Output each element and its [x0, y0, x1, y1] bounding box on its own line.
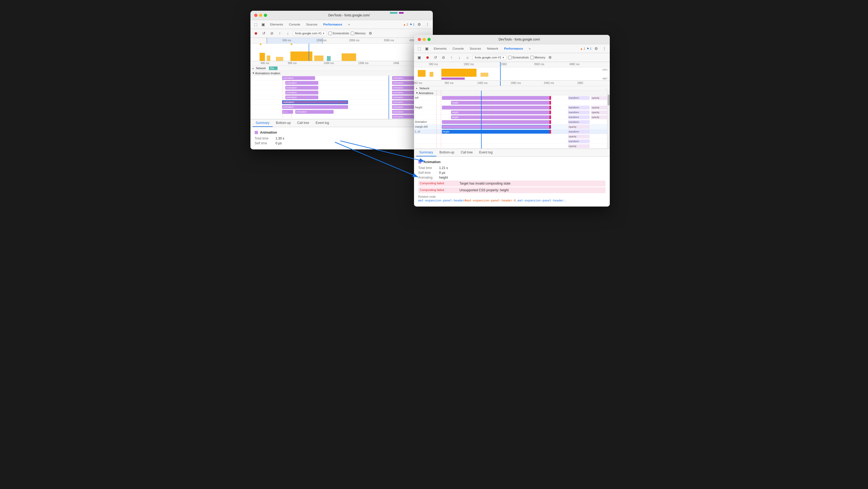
tab-calltree-2[interactable]: Call tree	[458, 149, 476, 156]
url-chip-2[interactable]: fonts.google.com #1 ▾	[472, 55, 506, 60]
bottom-tabs-1: Summary Bottom-up Call tree Event log	[250, 119, 433, 127]
tab-more-2[interactable]: »	[526, 46, 533, 51]
anim-row-animation[interactable]: Animation transform	[414, 120, 610, 124]
ruler-mark-2996: 2996 ms	[349, 39, 359, 42]
screenshots-check-2[interactable]	[508, 56, 512, 59]
memory-checkbox-1[interactable]: Memory	[351, 32, 366, 35]
clear-icon-2[interactable]: ⊘	[440, 54, 447, 61]
settings-icon-2[interactable]: ⚙	[593, 45, 599, 52]
flame-row-1[interactable]: Animation Animation	[250, 75, 433, 81]
reload-icon-1[interactable]: ↺	[261, 30, 267, 36]
home-icon-2[interactable]: ⌂	[464, 54, 471, 61]
sidebar-icon-2[interactable]: ▣	[416, 54, 423, 61]
tab-summary-1[interactable]: Summary	[253, 119, 273, 127]
inspect-icon[interactable]: ⬚	[253, 21, 259, 28]
inspect-icon-2[interactable]: ⬚	[416, 45, 423, 52]
anim-row-t-m[interactable]: t...m height transform	[414, 129, 610, 134]
scrollbar-2[interactable]	[607, 91, 610, 149]
anim-row-height2[interactable]: height transform opacity	[414, 105, 610, 110]
upload-icon-2[interactable]: ↑	[448, 54, 455, 61]
anim-row-height4[interactable]: height transform opacity	[414, 115, 610, 120]
flame-row-4[interactable]: Animation Animation	[250, 90, 433, 95]
toolbar-right-1: ▲ 2 ⚑ 1 ⚙ ⋮	[403, 21, 430, 28]
settings-icon-2b[interactable]: ⚙	[547, 54, 553, 61]
maximize-button-2[interactable]	[428, 38, 431, 41]
timeline-chart-1[interactable]	[250, 44, 433, 61]
tab-performance-2[interactable]: Performance	[501, 46, 526, 51]
animations-header-2[interactable]: ▾ Animations	[414, 91, 610, 95]
total-time-label-2: Total time	[418, 166, 437, 170]
toolbar-1: ⬚ ▣ Elements Console Sources Performance…	[250, 20, 433, 29]
anim-row-height3[interactable]: height transform opacity	[414, 110, 610, 115]
tab-sources-1[interactable]: Sources	[304, 22, 320, 27]
scrollbar-thumb-2[interactable]	[608, 95, 610, 105]
comp-failed-label-1: Compositing failed	[420, 182, 458, 185]
animations-header-1[interactable]: ▾ Animations Imation	[250, 71, 433, 75]
url-chip-1[interactable]: fonts.google.com #1 ▾	[293, 31, 327, 36]
tab-bottomup-1[interactable]: Bottom-up	[273, 119, 294, 127]
ruler-982-top: 982 ms	[429, 63, 438, 66]
download-icon-2[interactable]: ↓	[456, 54, 463, 61]
screenshots-checkbox-1[interactable]: Screenshots	[329, 32, 349, 35]
clear-icon-1[interactable]: ⊘	[269, 30, 275, 36]
url-dropdown-icon-2[interactable]: ▾	[502, 56, 504, 59]
more-icon-1[interactable]: ⋮	[424, 21, 431, 28]
maximize-button-1[interactable]	[264, 14, 267, 17]
settings-icon-1b[interactable]: ⚙	[367, 30, 374, 36]
tab-sources-2[interactable]: Sources	[467, 46, 484, 51]
flame-row-selected[interactable]: Animation Animation	[250, 100, 433, 104]
screenshots-check-1[interactable]	[329, 32, 332, 35]
anim-row-transform[interactable]: transform	[414, 139, 610, 144]
summary-title-2: Animation	[418, 160, 606, 164]
ruler-1982-top: 1982 ms	[464, 63, 474, 66]
settings-icon-1[interactable]: ⚙	[416, 21, 423, 28]
device-icon-2[interactable]: ▣	[424, 45, 430, 52]
network-expand-1[interactable]: ▸	[253, 67, 254, 70]
node-link-part3[interactable]: .mat-expansion-panel-header	[516, 199, 564, 202]
node-link-part1[interactable]: mat-expansion-panel-header	[418, 199, 464, 202]
total-time-label-1: Total time	[255, 136, 274, 140]
tab-network-2[interactable]: Network	[484, 46, 501, 51]
tab-calltree-1[interactable]: Call tree	[294, 119, 312, 127]
screenshots-checkbox-2[interactable]: Screenshots	[508, 56, 529, 59]
record-icon-1[interactable]: ⏺	[253, 30, 259, 36]
tab-performance-1[interactable]: Performance	[321, 22, 345, 27]
tab-summary-2[interactable]: Summary	[416, 149, 436, 156]
tab-more-1[interactable]: »	[345, 22, 352, 27]
memory-checkbox-2[interactable]: Memory	[530, 56, 546, 59]
minimize-button-1[interactable]	[259, 14, 262, 17]
tab-console-1[interactable]: Console	[286, 22, 303, 27]
url-dropdown-icon[interactable]: ▾	[323, 32, 324, 35]
comp-failed-label-2: Compositing failed	[420, 188, 458, 191]
tab-bottomup-2[interactable]: Bottom-up	[436, 149, 458, 156]
upload-icon-1[interactable]: ↑	[277, 30, 283, 36]
record-icon-2[interactable]: ⏺	[424, 54, 431, 61]
anim-row-margin-left[interactable]: margin-left opacity	[414, 124, 610, 129]
download-icon-1[interactable]: ↓	[285, 30, 291, 36]
tab-console-2[interactable]: Console	[450, 46, 466, 51]
tab-elements-2[interactable]: Elements	[431, 46, 450, 51]
network-expand-2[interactable]: ▸	[416, 87, 417, 90]
flame-row-8[interactable]: A...n Animation Animation	[250, 110, 433, 114]
reload-icon-2[interactable]: ↺	[432, 54, 439, 61]
memory-check-1[interactable]	[351, 32, 354, 35]
flame-row-2[interactable]: Animation Animation	[250, 81, 433, 85]
timeline-area-2[interactable]: 982 ms 1982 ms 2982 3982 ms 4982 ms CPU	[414, 62, 610, 86]
memory-check-2[interactable]	[530, 56, 534, 59]
close-button-2[interactable]	[418, 38, 421, 41]
node-link-part2[interactable]: #mat-expansion-panel-header-6	[464, 199, 516, 202]
device-icon[interactable]: ▣	[260, 21, 267, 28]
more-icon-2[interactable]: ⋮	[601, 45, 608, 52]
tab-elements-1[interactable]: Elements	[268, 22, 286, 27]
flame-row-7[interactable]: Animation Animation	[250, 104, 433, 110]
anim-row-opacity2[interactable]: opacity	[414, 144, 610, 149]
anim-row-opacity1[interactable]: opacity	[414, 134, 610, 139]
anim-row-height1[interactable]: height	[414, 100, 610, 105]
flame-row-5[interactable]: Animation Animation	[250, 95, 433, 100]
flame-row-3[interactable]: Animation Animation	[250, 85, 433, 90]
tab-eventlog-2[interactable]: Event log	[476, 149, 496, 156]
tab-eventlog-1[interactable]: Event log	[312, 119, 332, 127]
close-button-1[interactable]	[254, 14, 257, 17]
anim-row-left[interactable]: left transform opacity	[414, 95, 610, 100]
minimize-button-2[interactable]	[423, 38, 426, 41]
